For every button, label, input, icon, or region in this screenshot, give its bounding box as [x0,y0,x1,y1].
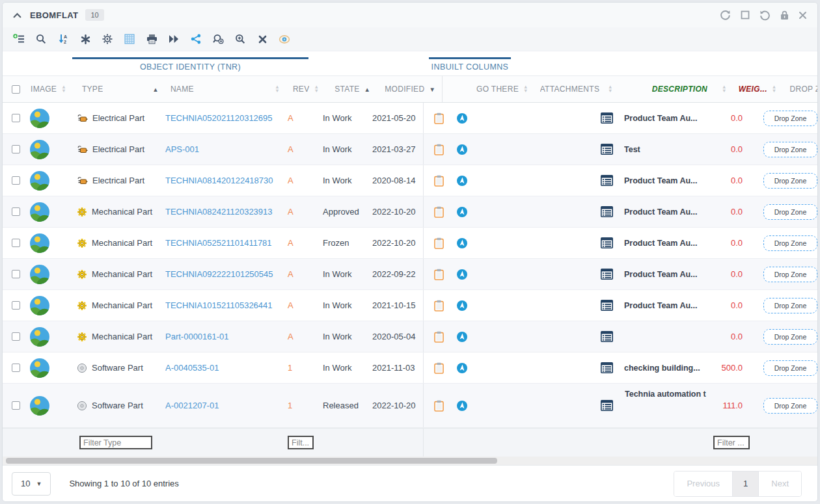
image-thumbnail[interactable] [30,265,49,284]
go-there-navigate-icon[interactable] [456,206,468,218]
fast-forward-icon[interactable] [163,29,185,49]
weight-filter-input[interactable] [713,436,750,449]
undo-icon[interactable] [759,10,771,21]
column-header-rev[interactable]: REV▲▼ [286,76,325,102]
column-header-go-there[interactable]: GO THERE▲▼ [442,76,535,102]
name-link[interactable]: TECHNIA081420122418730 [165,176,273,185]
row-checkbox[interactable] [12,364,20,372]
name-link[interactable]: TECHNIA052521101411781 [165,238,272,248]
page-size-select[interactable]: 10 ▼ [12,472,51,496]
column-header-attachments[interactable]: ATTACHMENTS▲▼ [535,76,620,102]
image-thumbnail[interactable] [30,140,49,159]
description-editor-icon[interactable] [601,113,613,124]
clipboard-icon[interactable] [434,175,444,187]
clipboard-icon[interactable] [434,300,444,312]
clipboard-icon[interactable] [434,113,444,124]
clipboard-icon[interactable] [434,237,444,249]
column-header-description[interactable]: DESCRIPTION▲▼ [620,76,733,102]
drop-zone-button[interactable]: Drop Zone [763,360,817,376]
clipboard-icon[interactable] [434,400,444,412]
row-checkbox[interactable] [12,239,20,247]
image-thumbnail[interactable] [30,327,49,347]
go-there-navigate-icon[interactable] [456,144,468,155]
name-link[interactable]: APS-001 [165,144,199,154]
share-icon[interactable] [185,29,207,49]
drop-zone-button[interactable]: Drop Zone [763,398,817,414]
clipboard-icon[interactable] [434,362,444,374]
print-icon[interactable] [141,29,163,49]
drop-zone-button[interactable]: Drop Zone [763,204,817,220]
image-thumbnail[interactable] [30,109,49,128]
column-header-name[interactable]: NAME▲▼ [165,76,286,102]
name-link[interactable]: A-0021207-01 [165,401,219,410]
drop-zone-button[interactable]: Drop Zone [763,235,817,251]
description-editor-icon[interactable] [601,206,613,217]
column-header-image[interactable]: IMAGE▲▼ [27,76,73,102]
next-page-button[interactable]: Next [758,471,801,496]
column-header-type[interactable]: TYPE▲ [73,76,165,102]
go-there-navigate-icon[interactable] [456,362,468,374]
column-header-state[interactable]: STATE▲ [325,76,377,102]
clipboard-icon[interactable] [434,269,444,280]
drop-zone-button[interactable]: Drop Zone [763,111,817,126]
image-thumbnail[interactable] [30,202,49,222]
image-thumbnail[interactable] [30,358,49,378]
current-page-button[interactable]: 1 [732,471,758,496]
drop-zone-button[interactable]: Drop Zone [763,142,817,157]
drop-zone-button[interactable]: Drop Zone [763,329,817,345]
name-link[interactable]: TECHNIA092222101250545 [165,269,273,279]
table-view-icon[interactable] [118,29,141,49]
lock-icon[interactable] [780,10,789,20]
settings-gear-icon[interactable] [96,29,118,49]
go-there-navigate-icon[interactable] [456,113,468,124]
description-editor-icon[interactable] [601,331,613,342]
clipboard-icon[interactable] [434,331,444,343]
zoom-in-icon[interactable] [229,29,251,49]
go-there-navigate-icon[interactable] [456,269,468,280]
image-thumbnail[interactable] [30,171,49,191]
row-checkbox[interactable] [12,301,20,310]
asterisk-icon[interactable] [74,29,96,49]
maximize-icon[interactable] [741,10,750,20]
search-icon[interactable] [30,29,52,49]
description-editor-icon[interactable] [601,144,613,155]
scrollbar-thumb[interactable] [6,458,497,464]
row-checkbox[interactable] [12,270,20,278]
column-header-weight[interactable]: WEIG...▲▼ [733,76,785,102]
name-link[interactable]: TECHNIA101521105326441 [165,300,273,310]
image-thumbnail[interactable] [30,396,49,416]
drop-zone-button[interactable]: Drop Zone [763,267,817,282]
row-checkbox[interactable] [12,145,20,153]
go-there-navigate-icon[interactable] [456,175,468,187]
go-there-navigate-icon[interactable] [456,400,468,412]
description-editor-icon[interactable] [601,300,613,311]
previous-page-button[interactable]: Previous [674,471,732,496]
rev-filter-input[interactable] [288,436,314,449]
row-checkbox[interactable] [12,207,20,216]
description-editor-icon[interactable] [601,400,613,411]
clipboard-icon[interactable] [434,206,444,218]
row-checkbox[interactable] [12,332,20,341]
collapse-chevron-up-icon[interactable] [13,12,21,18]
go-there-navigate-icon[interactable] [456,237,468,249]
description-editor-icon[interactable] [601,175,613,186]
go-there-navigate-icon[interactable] [456,331,468,343]
visibility-icon[interactable] [273,29,295,49]
clear-icon[interactable] [251,29,273,49]
description-editor-icon[interactable] [601,362,613,373]
drop-zone-button[interactable]: Drop Zone [763,298,817,313]
clipboard-icon[interactable] [434,144,444,155]
select-all-checkbox[interactable] [12,85,20,94]
row-checkbox[interactable] [12,176,20,185]
go-there-navigate-icon[interactable] [456,300,468,312]
close-icon[interactable] [799,11,807,20]
image-thumbnail[interactable] [30,296,49,315]
description-editor-icon[interactable] [601,269,613,280]
type-filter-input[interactable] [79,436,152,449]
name-link[interactable]: TECHNIA082421120323913 [165,207,273,217]
add-row-icon[interactable] [8,29,30,49]
sort-az-icon[interactable]: A2 [52,29,74,49]
image-thumbnail[interactable] [30,233,49,253]
row-checkbox[interactable] [12,114,20,122]
description-editor-icon[interactable] [601,237,613,248]
